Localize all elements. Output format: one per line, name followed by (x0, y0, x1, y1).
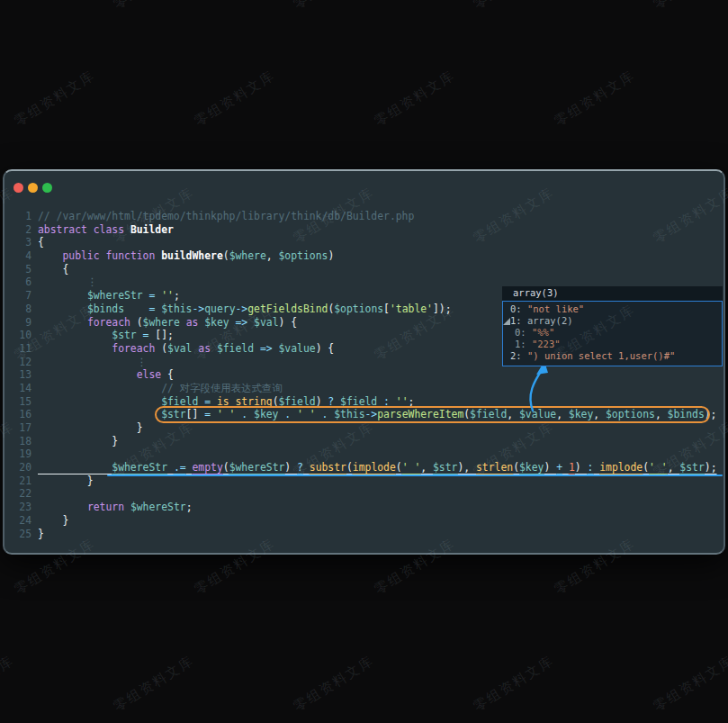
code-area[interactable]: 1// /var/www/html/tpdemo/thinkphp/librar… (4, 210, 724, 540)
line-number: 22 (4, 487, 31, 501)
code-text: return $whereStr; (31, 501, 192, 514)
code-text: foreach ($where as $key => $val) { (31, 316, 297, 330)
line-number: 25 (4, 528, 31, 541)
popup-key: 1: (515, 339, 532, 349)
debug-popup: array(3) 0: "not like"1: array(2)0: "%%"… (502, 286, 723, 366)
code-text: $whereStr .= empty($whereStr) ? substr(i… (31, 461, 717, 474)
code-text: // 对字段使用表达式查询 (31, 382, 283, 395)
code-text: { (31, 236, 44, 249)
popup-row: 1: array(2) (503, 315, 722, 327)
code-text: $binds = $this->query->getFieldsBind($op… (31, 303, 452, 316)
code-line[interactable]: 2abstract class Builder (4, 223, 724, 237)
line-number: 10 (4, 329, 31, 342)
line-number: 21 (4, 474, 31, 488)
popup-row: 2: ") union select 1,user()#" (503, 350, 722, 362)
line-number: 6 (4, 276, 31, 289)
popup-row: 0: "%%" (503, 327, 722, 339)
code-text: abstract class Builder (31, 223, 174, 237)
code-text: foreach ($val as $field => $value) { (31, 342, 334, 356)
code-line[interactable]: 24 } (4, 514, 724, 528)
line-number: 20 (4, 461, 31, 474)
code-text: ⋮ (31, 356, 147, 369)
line-number: 15 (4, 395, 31, 409)
code-text: } (31, 528, 44, 541)
code-text: // /var/www/html/tpdemo/thinkphp/library… (31, 210, 414, 223)
popup-row: 1: "223" (503, 339, 722, 350)
line-number: 13 (4, 368, 31, 382)
highlight-oval (155, 406, 710, 423)
expander-icon[interactable] (503, 318, 510, 325)
code-line[interactable]: 13 else { (4, 368, 724, 382)
line-number: 17 (4, 421, 31, 435)
code-line[interactable]: 19 (4, 447, 724, 461)
line-number: 14 (4, 382, 31, 395)
code-text: } (31, 474, 94, 488)
line-number: 1 (4, 210, 31, 223)
line-number: 3 (4, 236, 31, 249)
line-number: 4 (4, 249, 31, 263)
popup-value: array(2) (527, 315, 573, 326)
code-text: public function buildWhere($where, $opti… (31, 249, 334, 263)
code-line[interactable]: 14 // 对字段使用表达式查询 (4, 382, 724, 395)
line-number: 5 (4, 263, 31, 276)
code-line[interactable]: 22 (4, 487, 724, 501)
debug-popup-header: array(3) (502, 286, 723, 301)
code-text (31, 447, 38, 461)
code-line[interactable]: 20 $whereStr .= empty($whereStr) ? subst… (4, 461, 724, 474)
line-number: 16 (4, 408, 31, 421)
line-number: 8 (4, 303, 31, 316)
code-line[interactable]: 3{ (4, 236, 724, 249)
line-number: 12 (4, 356, 31, 369)
code-line[interactable]: 18 } (4, 435, 724, 448)
line-number: 7 (4, 289, 31, 303)
code-text: $str = []; (31, 329, 174, 342)
code-line[interactable]: 23 return $whereStr; (4, 501, 724, 514)
code-editor-window: 1// /var/www/html/tpdemo/thinkphp/librar… (3, 169, 725, 555)
line-number: 18 (4, 435, 31, 448)
popup-value: "223" (532, 339, 561, 349)
popup-key: 0: (510, 303, 527, 314)
zoom-button[interactable] (42, 183, 52, 193)
code-text: else { (31, 368, 174, 382)
code-line[interactable]: 1// /var/www/html/tpdemo/thinkphp/librar… (4, 210, 724, 223)
popup-value: ") union select 1,user()#" (527, 350, 675, 361)
code-text: $whereStr = ''; (31, 289, 180, 303)
annotation-underline (107, 474, 723, 476)
popup-key: 0: (515, 327, 532, 338)
code-line[interactable]: 5 { (4, 263, 724, 276)
code-line[interactable]: 25} (4, 528, 724, 541)
close-button[interactable] (13, 183, 23, 193)
popup-value: "%%" (532, 327, 554, 338)
minimize-button[interactable] (28, 183, 38, 193)
line-number: 24 (4, 514, 31, 528)
code-text: ⋮ (31, 276, 97, 289)
line-number: 23 (4, 501, 31, 514)
popup-value: "not like" (527, 303, 584, 314)
code-text (31, 487, 38, 501)
line-number: 11 (4, 342, 31, 356)
code-text: } (31, 514, 68, 528)
line-number: 2 (4, 223, 31, 237)
debug-popup-body: 0: "not like"1: array(2)0: "%%"1: "223"2… (502, 301, 723, 366)
line-number: 9 (4, 316, 31, 330)
code-line[interactable]: 17 } (4, 421, 724, 435)
popup-key: 1: (510, 315, 527, 326)
code-text: { (31, 263, 68, 276)
code-text: } (31, 421, 143, 435)
popup-key: 2: (510, 350, 527, 361)
line-number: 19 (4, 447, 31, 461)
popup-row: 0: "not like" (503, 303, 722, 315)
code-line[interactable]: 4 public function buildWhere($where, $op… (4, 249, 724, 263)
code-text: } (31, 435, 118, 448)
window-titlebar[interactable] (4, 171, 724, 203)
